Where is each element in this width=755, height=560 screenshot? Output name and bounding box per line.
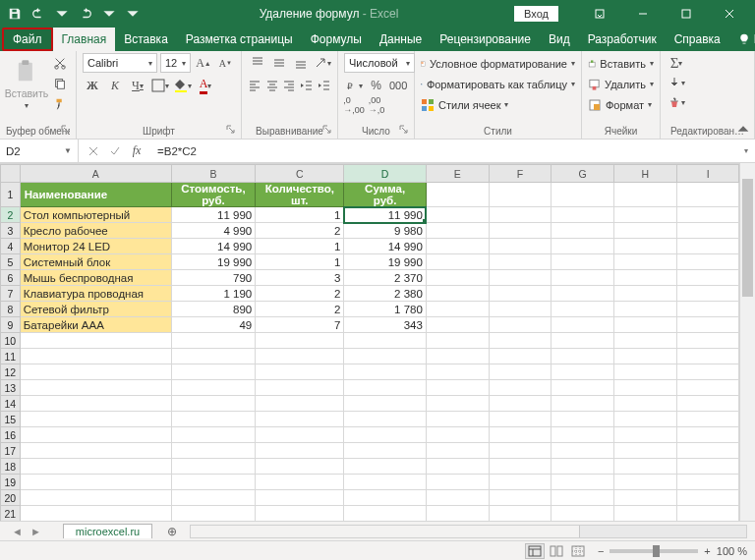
decrease-indent-icon[interactable] <box>300 76 315 95</box>
cell[interactable] <box>489 333 552 349</box>
cell[interactable] <box>614 207 677 223</box>
cell[interactable] <box>256 490 344 506</box>
cell[interactable] <box>614 506 677 522</box>
cell[interactable] <box>552 333 614 349</box>
cell[interactable] <box>552 286 614 302</box>
minimize-icon[interactable] <box>621 0 665 28</box>
autosum-icon[interactable]: Σ ▾ <box>667 53 686 73</box>
insert-function-icon[interactable]: fx <box>126 141 147 161</box>
row-header[interactable]: 19 <box>1 475 21 490</box>
tab-help[interactable]: Справка <box>666 28 729 51</box>
sign-in-button[interactable]: Вход <box>514 6 558 22</box>
cancel-formula-icon[interactable] <box>83 141 104 161</box>
cell[interactable] <box>20 475 171 490</box>
zoom-control[interactable]: − + 100 % <box>598 545 747 557</box>
clear-icon[interactable]: ▾ <box>667 92 686 112</box>
row-header[interactable]: 21 <box>1 506 21 522</box>
cell[interactable] <box>676 183 739 207</box>
tab-review[interactable]: Рецензирование <box>431 28 540 51</box>
cell[interactable]: Количество,шт. <box>256 183 344 207</box>
cell[interactable]: 2 <box>256 286 344 302</box>
column-header[interactable]: A <box>20 165 171 183</box>
cell[interactable] <box>20 443 171 459</box>
cell[interactable] <box>614 443 677 459</box>
cell[interactable] <box>676 364 739 380</box>
cell[interactable] <box>426 239 489 254</box>
cell[interactable] <box>20 490 171 506</box>
cell[interactable] <box>20 364 171 380</box>
cell[interactable] <box>426 223 489 239</box>
cell[interactable] <box>552 364 614 380</box>
fill-icon[interactable]: ▾ <box>667 73 686 92</box>
font-name-select[interactable]: Calibri▾ <box>83 53 157 73</box>
undo-icon[interactable] <box>28 3 49 25</box>
cell[interactable] <box>20 396 171 412</box>
cell[interactable]: Мышь беспроводная <box>20 270 171 286</box>
paste-button[interactable]: Вставить ▾ <box>6 58 47 110</box>
row-header[interactable]: 5 <box>1 254 21 270</box>
cell[interactable] <box>256 333 344 349</box>
cell[interactable] <box>256 412 344 427</box>
column-header[interactable]: E <box>426 165 489 183</box>
cell[interactable] <box>552 239 614 254</box>
cell[interactable] <box>489 412 552 427</box>
cell[interactable] <box>676 396 739 412</box>
bold-icon[interactable]: Ж <box>83 76 102 95</box>
collapse-ribbon-icon[interactable] <box>735 121 751 137</box>
cell[interactable] <box>614 349 677 364</box>
align-middle-icon[interactable] <box>269 53 288 73</box>
column-header[interactable]: D <box>344 165 427 183</box>
cell[interactable] <box>344 459 427 475</box>
dialog-launcher-icon[interactable] <box>322 124 334 136</box>
cell[interactable] <box>552 506 614 522</box>
copy-icon[interactable] <box>50 74 70 93</box>
cell[interactable] <box>552 223 614 239</box>
normal-view-icon[interactable] <box>525 543 545 559</box>
tab-formulas[interactable]: Формулы <box>302 28 371 51</box>
tab-data[interactable]: Данные <box>371 28 431 51</box>
cell[interactable] <box>426 270 489 286</box>
align-bottom-icon[interactable] <box>291 53 310 73</box>
cell[interactable] <box>614 380 677 396</box>
cell[interactable]: 7 <box>256 317 344 333</box>
zoom-in-icon[interactable]: + <box>704 545 710 557</box>
cell[interactable] <box>489 286 552 302</box>
tab-page-layout[interactable]: Разметка страницы <box>177 28 302 51</box>
cell[interactable]: Стол компьютерный <box>20 207 171 223</box>
cell[interactable] <box>426 380 489 396</box>
cell[interactable] <box>552 459 614 475</box>
cell[interactable] <box>256 443 344 459</box>
expand-formula-bar-icon[interactable]: ▾ <box>737 146 755 155</box>
cell[interactable] <box>426 317 489 333</box>
cell[interactable]: Стоимость,руб. <box>171 183 256 207</box>
format-cells-button[interactable]: Формат ▾ <box>588 94 654 115</box>
cell[interactable] <box>614 333 677 349</box>
underline-icon[interactable]: Ч ▾ <box>128 76 147 95</box>
cell[interactable]: 2 380 <box>344 286 427 302</box>
accounting-format-icon[interactable]: ₽▾ <box>344 76 364 95</box>
cell[interactable]: Монитор 24 LED <box>20 239 171 254</box>
cell[interactable] <box>552 270 614 286</box>
cell[interactable] <box>256 364 344 380</box>
cell[interactable] <box>344 412 427 427</box>
cell[interactable] <box>426 333 489 349</box>
cell[interactable] <box>171 349 256 364</box>
cell[interactable] <box>676 490 739 506</box>
cell[interactable]: 14 990 <box>344 239 427 254</box>
cell[interactable] <box>489 364 552 380</box>
cell[interactable] <box>676 427 739 443</box>
cell[interactable]: 2 370 <box>344 270 427 286</box>
cell[interactable] <box>614 490 677 506</box>
formula-input[interactable]: =B2*C2 <box>151 145 737 157</box>
cell[interactable] <box>426 183 489 207</box>
row-header[interactable]: 6 <box>1 270 21 286</box>
align-center-icon[interactable] <box>265 76 280 95</box>
cell[interactable] <box>426 364 489 380</box>
cell[interactable]: 2 <box>256 223 344 239</box>
cell[interactable] <box>489 396 552 412</box>
cell[interactable] <box>344 506 427 522</box>
cell[interactable] <box>489 239 552 254</box>
row-header[interactable]: 9 <box>1 317 21 333</box>
cell[interactable] <box>676 302 739 317</box>
cell[interactable] <box>426 412 489 427</box>
